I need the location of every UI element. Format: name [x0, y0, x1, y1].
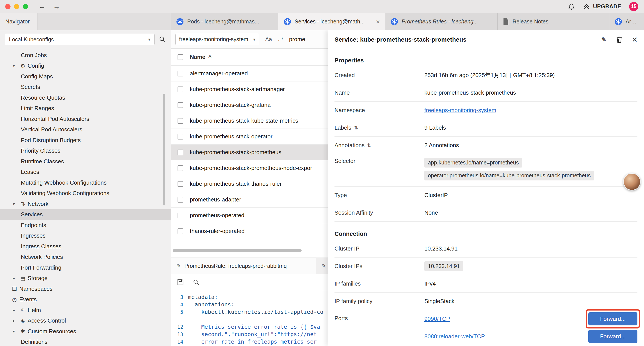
search-icon[interactable]	[193, 279, 200, 286]
expand-toggle-icon[interactable]: ⇅	[367, 143, 371, 148]
tab-release-notes[interactable]: Release Notes	[498, 13, 609, 30]
namespace-select[interactable]: freeleaps-monitoring-system ▾	[175, 34, 259, 45]
custom-resources-icon: ✱	[18, 328, 28, 335]
forward-button-8080[interactable]: Forward...	[588, 330, 638, 343]
line-number: 4	[171, 301, 188, 308]
sidebar-item-ingress-classes[interactable]: Ingress Classes	[0, 241, 171, 252]
edit-icon[interactable]: ✎	[601, 36, 606, 43]
sidebar-item-resource-quotas[interactable]: Resource Quotas	[0, 92, 171, 103]
row-checkbox[interactable]	[178, 150, 183, 155]
name-column-header[interactable]: Name	[190, 54, 206, 60]
sidebar-item-label: Horizontal Pod Autoscalers	[21, 116, 89, 122]
sidebar-item-mutating-webhook-configurations[interactable]: Mutating Webhook Configurations	[0, 177, 171, 188]
chevron-down-icon[interactable]: ▾	[10, 63, 18, 68]
close-tab-icon[interactable]: ×	[376, 18, 380, 25]
back-button[interactable]: ←	[38, 2, 46, 10]
code-text: Metrics service error rate is {{ $va	[188, 323, 320, 331]
sidebar-item-helm[interactable]: ▸⍟Helm	[0, 305, 171, 316]
chevron-down-icon[interactable]: ▾	[10, 201, 18, 207]
sidebar-item-storage[interactable]: ▸▤Storage	[0, 273, 171, 284]
upgrade-icon	[583, 3, 590, 10]
kubernetes-icon	[176, 18, 184, 25]
search-input[interactable]	[289, 36, 328, 43]
sidebar-item-events[interactable]: ◷Events	[0, 294, 171, 305]
expand-toggle-icon[interactable]: ⇅	[354, 125, 358, 131]
forward-button[interactable]: →	[53, 2, 60, 10]
upgrade-button[interactable]: UPGRADE	[583, 3, 621, 10]
tab-argo[interactable]: Argo S...	[609, 13, 644, 30]
sidebar-item-config-maps[interactable]: Config Maps	[0, 71, 171, 82]
row-checkbox[interactable]	[178, 134, 183, 139]
forward-button-9090[interactable]: Forward...	[588, 312, 638, 326]
sidebar-item-label: Storage	[28, 275, 48, 282]
row-checkbox[interactable]	[178, 228, 183, 234]
search-icon[interactable]	[159, 36, 166, 43]
horizontal-scrollbar[interactable]	[173, 249, 326, 252]
close-window-button[interactable]	[5, 4, 10, 9]
sidebar-item-endpoints[interactable]: Endpoints	[0, 220, 171, 231]
sidebar-item-limit-ranges[interactable]: Limit Ranges	[0, 103, 171, 114]
row-checkbox[interactable]	[178, 102, 183, 108]
sidebar-item-network[interactable]: ▾⇅Network	[0, 199, 171, 209]
chevron-right-icon[interactable]: ▸	[10, 308, 18, 313]
notifications-bell-icon[interactable]	[568, 3, 575, 10]
regex-toggle[interactable]: .*	[277, 36, 284, 42]
row-checkbox[interactable]	[178, 118, 183, 124]
port-link-9090[interactable]: 9090/TCP	[424, 316, 450, 322]
sidebar-item-config[interactable]: ▾⚙Config	[0, 61, 171, 71]
sidebar-item-label: Helm	[28, 307, 41, 314]
row-checkbox[interactable]	[178, 71, 183, 76]
sidebar-item-leases[interactable]: Leases	[0, 167, 171, 178]
scrollbar-thumb[interactable]	[173, 249, 302, 252]
chevron-right-icon[interactable]: ▸	[10, 318, 18, 323]
trash-icon[interactable]	[616, 36, 622, 43]
select-all-checkbox[interactable]	[178, 54, 183, 60]
avatar[interactable]	[623, 173, 641, 191]
sidebar-item-namespaces[interactable]: ❏Namespaces	[0, 284, 171, 294]
sidebar-scrollbar[interactable]	[163, 94, 165, 205]
sidebar-item-validating-webhook-configurations[interactable]: Validating Webhook Configurations	[0, 188, 171, 199]
service-name: kube-prometheus-stack-operator	[190, 133, 272, 140]
tab-prometheus-rules[interactable]: Prometheus Rules - icecheng...	[385, 13, 498, 30]
kubeconfig-source-select[interactable]: Local Kubeconfigs ▾	[5, 34, 154, 45]
notification-count-badge[interactable]: 15	[629, 2, 638, 11]
sidebar-item-horizontal-pod-autoscalers[interactable]: Horizontal Pod Autoscalers	[0, 114, 171, 124]
sidebar-item-vertical-pod-autoscalers[interactable]: Vertical Pod Autoscalers	[0, 124, 171, 135]
sidebar-item-network-policies[interactable]: Network Policies	[0, 252, 171, 263]
close-icon[interactable]: ×	[632, 35, 638, 44]
document-icon	[503, 18, 509, 25]
port-line-9090: 9090/TCP Forward...	[424, 310, 638, 328]
sidebar-item-access-control[interactable]: ▸◈Access Control	[0, 316, 171, 326]
tab-pods[interactable]: Pods - icecheng@mathmas...	[171, 13, 278, 30]
zoom-window-button[interactable]	[23, 4, 28, 9]
sidebar-item-secrets[interactable]: Secrets	[0, 82, 171, 93]
minimize-window-button[interactable]	[14, 4, 19, 9]
match-case-toggle[interactable]: Aa	[265, 36, 272, 42]
sidebar-item-definitions[interactable]: Definitions	[0, 337, 171, 346]
sidebar-item-ingresses[interactable]: Ingresses	[0, 231, 171, 241]
sidebar-item-port-forwarding[interactable]: Port Forwarding	[0, 262, 171, 273]
sidebar-item-runtime-classes[interactable]: Runtime Classes	[0, 156, 171, 167]
sidebar-item-pod-disruption-budgets[interactable]: Pod Disruption Budgets	[0, 135, 171, 146]
tab-bar: Navigator Pods - icecheng@mathmas... Ser…	[0, 13, 644, 30]
tab-services[interactable]: Services - icecheng@math... ×	[278, 13, 385, 30]
navigator-header[interactable]: Navigator	[0, 13, 38, 30]
row-checkbox[interactable]	[178, 197, 183, 203]
row-checkbox[interactable]	[178, 86, 183, 92]
save-icon[interactable]	[177, 279, 184, 286]
sidebar-tree: Cron Jobs▾⚙ConfigConfig MapsSecretsResou…	[0, 50, 171, 346]
helm-icon: ⍟	[18, 307, 28, 313]
chevron-down-icon[interactable]: ▾	[10, 329, 18, 334]
sidebar-item-custom-resources[interactable]: ▾✱Custom Resources	[0, 326, 171, 337]
sidebar-item-services[interactable]: Services	[0, 209, 171, 220]
dock-tab-prometheusrule[interactable]: ✎ PrometheusRule: freeleaps-prod-rabbitm…	[171, 258, 316, 274]
row-checkbox[interactable]	[178, 213, 183, 218]
row-checkbox[interactable]	[178, 165, 183, 171]
chevron-right-icon[interactable]: ▸	[10, 276, 18, 281]
sidebar-item-priority-classes[interactable]: Priority Classes	[0, 146, 171, 156]
port-link-8080[interactable]: 8080:reloader-web/TCP	[424, 333, 485, 340]
service-name: thanos-ruler-operated	[190, 228, 244, 235]
sidebar-item-cron-jobs[interactable]: Cron Jobs	[0, 50, 171, 61]
row-checkbox[interactable]	[178, 181, 183, 187]
namespace-link[interactable]: freeleaps-monitoring-system	[424, 107, 496, 113]
